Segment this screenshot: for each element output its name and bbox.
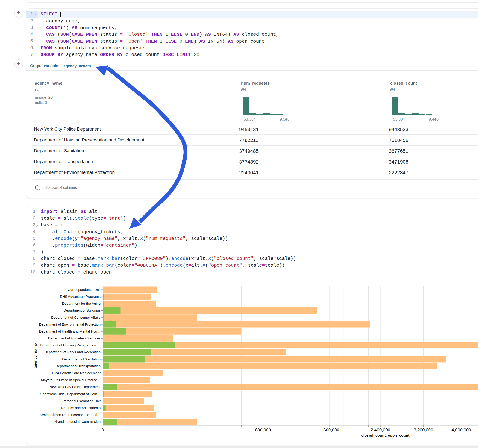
svg-text:HRA Benefit Card Replacement: HRA Benefit Card Replacement [52,371,101,375]
svg-text:0: 0 [101,428,104,432]
svg-text:Department of Sanitation: Department of Sanitation [62,357,101,361]
svg-text:4,000,000: 4,000,000 [452,428,471,432]
svg-text:Department of Consumer Affairs: Department of Consumer Affairs [51,316,101,319]
svg-text:Correspondence Unit: Correspondence Unit [68,288,101,292]
svg-text:Personal Exemption Unit: Personal Exemption Unit [63,399,101,403]
svg-text:1,600,000: 1,600,000 [320,428,340,432]
svg-text:800,000: 800,000 [255,428,271,432]
svg-text:New York City Police Departmen: New York City Police Department [50,385,101,389]
svg-text:closed_count, open_count: closed_count, open_count [361,433,409,437]
svg-text:3,200,000: 3,200,000 [414,428,433,432]
svg-text:Senior Citizen Rent Increase E: Senior Citizen Rent Increase Exempti… [40,413,101,417]
svg-text:DHS Advantage Programs: DHS Advantage Programs [60,294,101,299]
svg-text:Department of Environmental Pr: Department of Environmental Protection [39,322,101,326]
svg-text:Department of Homeless Service: Department of Homeless Services [48,336,101,340]
svg-text:Department of Housing Preserva: Department of Housing Preservation … [40,343,101,347]
svg-text:Refunds and Adjustments: Refunds and Adjustments [61,406,101,410]
svg-text:Department of Parks and Recrea: Department of Parks and Recreation [44,350,101,354]
svg-text:Operations Unit - Department o: Operations Unit - Department of Hom… [40,392,101,396]
svg-text:Mayorâ€ s Office of Special En: Mayorâ€ s Office of Special Enforce… [41,378,101,382]
svg-text:agency_name: agency_name [33,343,37,368]
svg-text:Department for the Aging: Department for the Aging [62,301,101,305]
svg-text:Taxi and Limousine Commission: Taxi and Limousine Commission [51,420,101,423]
svg-text:Department of Buildings: Department of Buildings [64,308,101,312]
svg-text:Department of Transportation: Department of Transportation [56,364,101,368]
svg-text:Department of Health and Menta: Department of Health and Mental Hyg… [39,329,101,333]
svg-text:2,400,000: 2,400,000 [371,428,390,432]
